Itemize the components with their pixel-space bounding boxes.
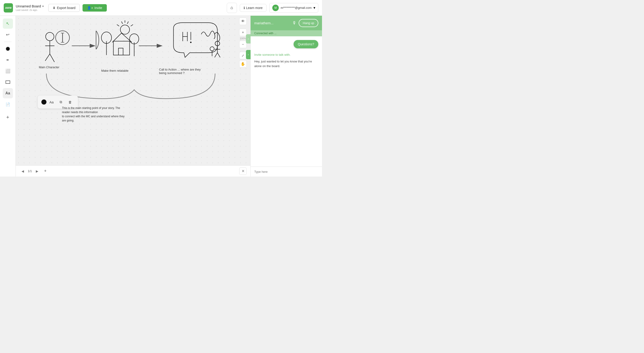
font-button[interactable]: Aa [48, 98, 56, 106]
hand-tool-button[interactable]: ✋ [239, 60, 247, 68]
user-email: m**********@gmail.com [280, 6, 312, 10]
svg-point-21 [130, 34, 139, 44]
shape-tool[interactable] [3, 77, 13, 87]
invite-label: Invite [94, 6, 102, 10]
export-button[interactable]: ⬇ Export board [48, 4, 80, 12]
copy-button[interactable]: ⧉ [57, 98, 65, 106]
svg-line-12 [131, 25, 133, 26]
invite-text: Invite someone to talk with. [254, 53, 318, 57]
svg-line-4 [50, 54, 54, 62]
undo-tool[interactable]: ↩ [3, 30, 13, 40]
add-icon: + [6, 114, 9, 120]
sticky-note-icon: 📄 [6, 102, 10, 107]
panel-collapse-tab-top[interactable]: › [246, 34, 250, 44]
expand-button[interactable]: ⤢ [239, 52, 247, 59]
right-panel: mariathem... 🎙 Hang up Connected with ..… [250, 16, 322, 177]
invite-button[interactable]: 👤+ Invite [82, 4, 107, 12]
add-element-button[interactable]: + [3, 112, 13, 122]
chat-message: Hey, just wanted to let you know that yo… [254, 59, 318, 68]
color-picker-button[interactable] [42, 100, 46, 105]
eraser-icon: ⬜ [5, 69, 10, 74]
chat-input-area[interactable] [250, 167, 322, 177]
user-dropdown-icon: ▾ [314, 6, 315, 10]
brush-tool[interactable] [3, 44, 13, 54]
canvas-area[interactable]: Main Character Make them relatable Call … [16, 16, 250, 177]
make-relatable-label: Make them relatable [101, 69, 128, 72]
svg-point-19 [102, 32, 112, 44]
zoom-in-button[interactable]: + [239, 29, 247, 36]
export-icon: ⬇ [53, 6, 56, 10]
home-button[interactable]: ⌂ [227, 3, 237, 13]
call-to-action-label: Call to Action ... where are theybeing s… [159, 68, 201, 75]
questions-bubble[interactable]: Questions? [294, 40, 318, 48]
shape-icon [6, 81, 10, 84]
zoom-level-display: 100% [240, 37, 246, 40]
select-icon: ↖ [6, 21, 10, 26]
zoom-out-button[interactable]: − [239, 41, 247, 48]
learn-more-button[interactable]: ℹ Learn more [240, 4, 267, 12]
zoom-out-icon: − [242, 42, 244, 47]
svg-point-0 [46, 32, 54, 41]
hangup-button[interactable]: Hang up [299, 19, 318, 27]
add-page-button[interactable]: + [42, 168, 48, 174]
text-icon: Aa [5, 91, 10, 95]
svg-point-27 [190, 42, 192, 43]
user-avatar: M [272, 5, 279, 11]
svg-point-10 [120, 25, 130, 34]
bottom-bar: ◀ 1/1 ▶ + ✕ [16, 165, 250, 177]
delete-button[interactable]: 🗑 [66, 98, 74, 106]
chat-input[interactable] [254, 170, 318, 173]
sticky-note-tool[interactable]: 📄 [3, 99, 13, 109]
svg-point-28 [215, 41, 220, 46]
panel-collapse-tab-bottom[interactable]: › [246, 50, 250, 59]
undo-icon: ↩ [6, 32, 10, 37]
svg-line-31 [215, 53, 218, 57]
svg-line-14 [122, 22, 123, 24]
board-dropdown-icon[interactable]: ▾ [42, 5, 44, 8]
close-button[interactable]: ✕ [239, 167, 247, 175]
call-panel: mariathem... 🎙 Hang up [250, 16, 322, 30]
left-toolbar: ↖ ↩ ✒ ⬜ Aa 📄 + [0, 16, 16, 177]
toolbar-separator [4, 42, 12, 42]
svg-line-15 [127, 22, 128, 24]
svg-point-34 [210, 47, 214, 51]
user-area[interactable]: M m**********@gmail.com ▾ [269, 3, 318, 13]
eye-button[interactable]: 👁 [239, 18, 247, 25]
hand-icon: ✋ [241, 62, 245, 66]
home-icon: ⌂ [230, 5, 233, 10]
questions-label: Questions? [298, 42, 314, 46]
add-page-icon: + [44, 169, 47, 173]
prev-icon: ◀ [22, 169, 24, 173]
close-icon: ✕ [242, 169, 244, 173]
color-swatch [6, 47, 10, 51]
svg-line-13 [117, 25, 119, 26]
svg-line-32 [218, 53, 220, 57]
board-subtitle: Last saved: 2s ago. [16, 9, 44, 11]
prev-page-button[interactable]: ◀ [20, 168, 26, 174]
invite-icon: 👤+ [87, 6, 93, 10]
expand-icon: ⤢ [242, 54, 244, 57]
export-label: Export board [57, 6, 75, 10]
main-character-label: Main Character [39, 66, 60, 69]
page-info: 1/1 [28, 169, 32, 173]
pen-tool[interactable]: ✒ [3, 55, 13, 65]
learn-more-label: Learn more [246, 6, 263, 10]
next-page-button[interactable]: ▶ [34, 168, 40, 174]
zoom-in-icon: + [242, 30, 244, 35]
svg-point-5 [56, 31, 70, 45]
board-title-row: Unnamed Board ▾ [16, 4, 44, 8]
board-title-area: Unnamed Board ▾ Last saved: 2s ago. [16, 4, 44, 11]
text-tool[interactable]: Aa [3, 88, 13, 98]
eraser-tool[interactable]: ⬜ [3, 66, 13, 76]
connected-text: Connected with ... [250, 30, 322, 36]
logo: AWW [4, 3, 13, 13]
next-icon: ▶ [36, 169, 38, 173]
info-icon: ℹ [244, 6, 245, 10]
mic-icon[interactable]: 🎙 [292, 21, 296, 26]
board-title: Unnamed Board [16, 4, 41, 8]
canvas-body-text: This is the main starting point of your … [62, 106, 127, 123]
select-tool[interactable]: ↖ [3, 19, 13, 29]
zoom-controls: 👁 + 100% − ⤢ ✋ [239, 18, 247, 68]
chat-content: Questions? Invite someone to talk with. … [250, 36, 322, 167]
pen-icon: ✒ [6, 58, 9, 62]
